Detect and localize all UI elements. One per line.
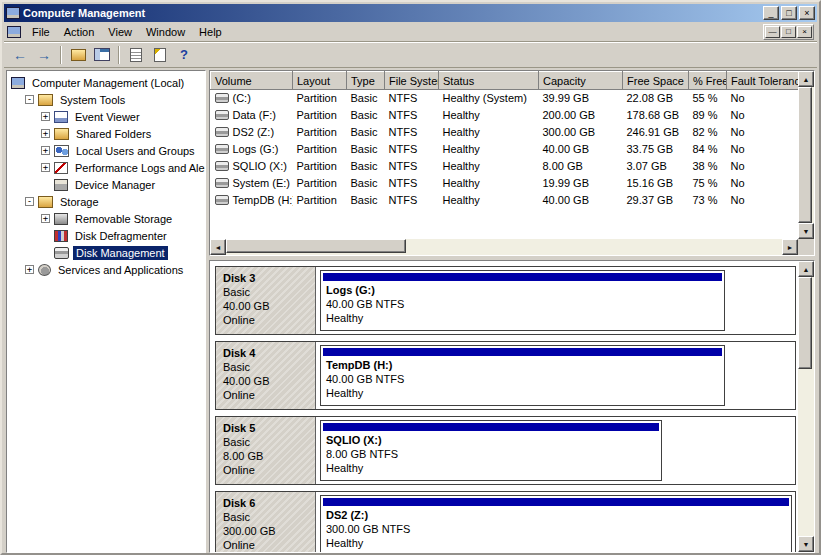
tree-item-computer-management[interactable]: Computer Management (Local) xyxy=(7,74,205,91)
disk-row-3[interactable]: Disk 3 Basic 40.00 GB Online Logs (G:) 4… xyxy=(215,266,796,335)
disk-defragmenter-icon xyxy=(54,230,68,242)
scroll-down-icon[interactable]: ▼ xyxy=(798,223,814,239)
disk-size: 300.00 GB xyxy=(223,524,308,538)
volume-list-area: Volume Layout Type File System Status Ca… xyxy=(209,70,815,256)
forward-button[interactable]: → xyxy=(32,44,56,66)
disk-header[interactable]: Disk 6 Basic 300.00 GB Online xyxy=(216,492,316,552)
disk-area-vertical-scrollbar[interactable]: ▲ ▼ xyxy=(798,261,814,552)
expand-icon[interactable]: + xyxy=(25,265,34,274)
partition-label: SQLIO (X:) xyxy=(321,433,661,447)
up-level-button[interactable] xyxy=(66,44,90,66)
table-vscrollbar-thumb[interactable] xyxy=(798,87,812,223)
console-child-icon[interactable] xyxy=(7,26,21,38)
cell-fault-tolerance: No xyxy=(727,90,799,107)
volume-row[interactable]: TempDB (H:) Partition Basic NTFS Healthy… xyxy=(211,192,799,209)
volume-row[interactable]: (C:) Partition Basic NTFS Healthy (Syste… xyxy=(211,90,799,107)
cell-type: Basic xyxy=(347,90,385,107)
tree-item-services-and-applications[interactable]: + Services and Applications xyxy=(7,261,205,278)
tree-item-event-viewer[interactable]: + Event Viewer xyxy=(7,108,205,125)
maximize-button[interactable]: □ xyxy=(781,6,797,20)
collapse-icon[interactable]: - xyxy=(25,197,34,206)
cell-type: Basic xyxy=(347,124,385,141)
title-bar[interactable]: Computer Management _ □ × xyxy=(4,4,817,22)
tree-item-disk-management[interactable]: Disk Management xyxy=(7,244,205,261)
partition-block[interactable]: Logs (G:) 40.00 GB NTFS Healthy xyxy=(320,270,725,331)
show-hide-console-tree-button[interactable] xyxy=(90,44,114,66)
menu-help[interactable]: Help xyxy=(192,23,229,41)
column-header-pct-free[interactable]: % Free xyxy=(689,72,727,90)
volume-row[interactable]: DS2 (Z:) Partition Basic NTFS Healthy 30… xyxy=(211,124,799,141)
disk-row-6[interactable]: Disk 6 Basic 300.00 GB Online DS2 (Z:) 3… xyxy=(215,491,796,552)
column-header-file-system[interactable]: File System xyxy=(385,72,439,90)
mdi-close-button[interactable]: × xyxy=(797,26,812,38)
column-header-type[interactable]: Type xyxy=(347,72,385,90)
export-list-button[interactable] xyxy=(148,44,172,66)
tree-item-device-manager[interactable]: Device Manager xyxy=(7,176,205,193)
partition-block[interactable]: SQLIO (X:) 8.00 GB NTFS Healthy xyxy=(320,420,662,481)
tree-item-removable-storage[interactable]: + Removable Storage xyxy=(7,210,205,227)
menu-action[interactable]: Action xyxy=(57,23,102,41)
column-header-layout[interactable]: Layout xyxy=(293,72,347,90)
volume-row[interactable]: SQLIO (X:) Partition Basic NTFS Healthy … xyxy=(211,158,799,175)
volume-name: Logs (G:) xyxy=(233,143,279,155)
partition-status: Healthy xyxy=(321,536,791,550)
expand-icon[interactable]: + xyxy=(41,112,50,121)
scroll-up-icon[interactable]: ▲ xyxy=(798,71,814,87)
table-vertical-scrollbar[interactable]: ▲ ▼ xyxy=(798,71,814,239)
disk-header[interactable]: Disk 3 Basic 40.00 GB Online xyxy=(216,267,316,334)
close-button[interactable]: × xyxy=(799,6,815,20)
volume-row[interactable]: System (E:) Partition Basic NTFS Healthy… xyxy=(211,175,799,192)
scrollbar-track[interactable] xyxy=(798,87,814,223)
back-button[interactable]: ← xyxy=(8,44,32,66)
partition-status: Healthy xyxy=(321,461,661,475)
minimize-button[interactable]: _ xyxy=(763,6,779,20)
column-header-free-space[interactable]: Free Space xyxy=(623,72,689,90)
tree-item-system-tools[interactable]: - System Tools xyxy=(7,91,205,108)
column-header-status[interactable]: Status xyxy=(439,72,539,90)
scrollbar-track[interactable] xyxy=(226,239,782,255)
volume-row[interactable]: Logs (G:) Partition Basic NTFS Healthy 4… xyxy=(211,141,799,158)
mdi-minimize-button[interactable]: — xyxy=(765,26,780,38)
tree-item-disk-defragmenter[interactable]: Disk Defragmenter xyxy=(7,227,205,244)
table-horizontal-scrollbar[interactable]: ◄ ► xyxy=(210,239,798,255)
tree-item-performance-logs[interactable]: + Performance Logs and Alerts xyxy=(7,159,205,176)
properties-button[interactable] xyxy=(124,44,148,66)
expand-icon[interactable]: + xyxy=(41,214,50,223)
menu-window[interactable]: Window xyxy=(139,23,192,41)
scroll-left-icon[interactable]: ◄ xyxy=(210,239,226,255)
cell-pct-free: 73 % xyxy=(689,192,727,209)
scroll-right-icon[interactable]: ► xyxy=(782,239,798,255)
help-button[interactable]: ? xyxy=(172,44,196,66)
tree-item-label: Disk Defragmenter xyxy=(72,229,170,243)
disk-header[interactable]: Disk 4 Basic 40.00 GB Online xyxy=(216,342,316,409)
column-header-fault-tolerance[interactable]: Fault Tolerance xyxy=(727,72,799,90)
tree-item-shared-folders[interactable]: + Shared Folders xyxy=(7,125,205,142)
tree-item-local-users-and-groups[interactable]: + Local Users and Groups xyxy=(7,142,205,159)
cell-pct-free: 55 % xyxy=(689,90,727,107)
menu-file[interactable]: File xyxy=(25,23,57,41)
volume-row[interactable]: Data (F:) Partition Basic NTFS Healthy 2… xyxy=(211,107,799,124)
disk-row-5[interactable]: Disk 5 Basic 8.00 GB Online SQLIO (X:) 8… xyxy=(215,416,796,485)
column-header-volume[interactable]: Volume xyxy=(211,72,293,90)
scroll-up-icon[interactable]: ▲ xyxy=(798,261,814,277)
partition-block[interactable]: TempDB (H:) 40.00 GB NTFS Healthy xyxy=(320,345,725,406)
scrollbar-track[interactable] xyxy=(798,277,814,536)
disk-area-vscrollbar-thumb[interactable] xyxy=(798,277,812,369)
disk-row-4[interactable]: Disk 4 Basic 40.00 GB Online TempDB (H:)… xyxy=(215,341,796,410)
expand-icon[interactable]: + xyxy=(41,129,50,138)
storage-icon xyxy=(38,196,53,208)
forward-icon: → xyxy=(37,48,51,62)
menu-view[interactable]: View xyxy=(101,23,139,41)
disk-header[interactable]: Disk 5 Basic 8.00 GB Online xyxy=(216,417,316,484)
scroll-down-icon[interactable]: ▼ xyxy=(798,536,814,552)
volume-icon xyxy=(215,195,229,205)
collapse-icon[interactable]: - xyxy=(25,95,34,104)
table-hscrollbar-thumb[interactable] xyxy=(226,239,406,253)
expand-icon[interactable]: + xyxy=(41,163,50,172)
expand-icon[interactable]: + xyxy=(41,146,50,155)
column-header-capacity[interactable]: Capacity xyxy=(539,72,623,90)
tree-item-label-selected: Disk Management xyxy=(73,246,168,260)
partition-block[interactable]: DS2 (Z:) 300.00 GB NTFS Healthy xyxy=(320,495,792,552)
mdi-restore-button[interactable]: □ xyxy=(781,26,796,38)
tree-item-storage[interactable]: - Storage xyxy=(7,193,205,210)
